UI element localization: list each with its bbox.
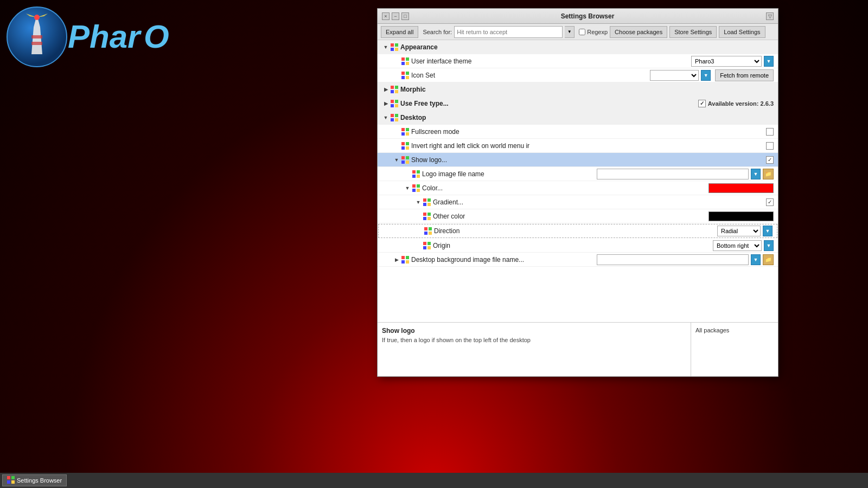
direction-dropdown-btn[interactable]: ▼ bbox=[763, 226, 773, 236]
bg-image-dropdown-btn[interactable]: ▼ bbox=[751, 254, 761, 265]
bottom-area: Show logo If true, then a logo if shown … bbox=[378, 322, 778, 376]
tree-row-morphic[interactable]: ▶ Morphic bbox=[378, 82, 778, 97]
logo-file-input[interactable] bbox=[597, 169, 749, 179]
spacer-6 bbox=[414, 213, 422, 220]
svg-rect-39 bbox=[406, 142, 409, 145]
svg-rect-30 bbox=[391, 114, 394, 117]
tree-row-color[interactable]: ▼ Color... bbox=[378, 181, 778, 195]
tree-row-logo-file[interactable]: Logo image file name ▼ 📁 bbox=[378, 167, 778, 181]
fullscreen-checkbox[interactable] bbox=[766, 128, 774, 136]
bg-image-input[interactable] bbox=[597, 254, 749, 265]
logo-file-folder-btn[interactable]: 📁 bbox=[763, 169, 774, 179]
search-dropdown-button[interactable]: ▼ bbox=[565, 26, 575, 38]
other-color-swatch[interactable] bbox=[709, 211, 774, 221]
tree-row-origin[interactable]: Origin Bottom right ▼ bbox=[378, 239, 778, 253]
expand-arrow-bg-image: ▶ bbox=[393, 256, 400, 264]
taskbar-item-settings-browser[interactable]: Settings Browser bbox=[2, 474, 67, 486]
freetype-label: Use Free type... bbox=[400, 100, 698, 107]
invert-click-checkbox[interactable] bbox=[766, 142, 774, 150]
settings-icon-bg-image bbox=[401, 256, 409, 264]
expand-all-button[interactable]: Expand all bbox=[381, 26, 418, 38]
spacer-7 bbox=[416, 227, 423, 235]
origin-select[interactable]: Bottom right bbox=[713, 240, 762, 251]
minimize-button[interactable]: − bbox=[392, 12, 399, 20]
tree-row-desktop[interactable]: ▼ Desktop bbox=[378, 111, 778, 125]
freetype-checkbox[interactable]: ✓ bbox=[698, 100, 706, 107]
color-label: Color... bbox=[422, 184, 709, 192]
fetch-from-remote-button[interactable]: Fetch from remote bbox=[715, 69, 774, 81]
invert-click-control bbox=[766, 142, 774, 150]
tree-row-invert-click[interactable]: Invert right and left click on world men… bbox=[378, 139, 778, 153]
tree-row-other-color[interactable]: Other color bbox=[378, 209, 778, 223]
settings-icon-ui-theme bbox=[401, 57, 409, 65]
taskbar: Settings Browser bbox=[0, 473, 868, 488]
svg-rect-14 bbox=[401, 57, 405, 61]
color-swatch[interactable] bbox=[709, 183, 774, 193]
other-color-control bbox=[709, 211, 774, 221]
svg-rect-56 bbox=[423, 203, 426, 206]
svg-rect-32 bbox=[391, 118, 394, 121]
logo-file-dropdown-btn[interactable]: ▼ bbox=[751, 169, 761, 179]
load-settings-button[interactable]: Load Settings bbox=[719, 26, 765, 38]
search-input[interactable] bbox=[454, 26, 563, 38]
store-settings-button[interactable]: Store Settings bbox=[669, 26, 717, 38]
tree-row-icon-set[interactable]: Icon Set ▼ Fetch from remote bbox=[378, 68, 778, 82]
bg-image-folder-btn[interactable]: 📁 bbox=[763, 254, 774, 265]
svg-rect-72 bbox=[401, 260, 405, 264]
other-color-label: Other color bbox=[433, 213, 709, 220]
svg-rect-36 bbox=[401, 132, 405, 136]
packages-panel: All packages bbox=[691, 323, 778, 376]
close-button[interactable]: × bbox=[382, 12, 390, 20]
direction-control: Radial ▼ bbox=[717, 226, 773, 236]
svg-rect-12 bbox=[391, 48, 394, 51]
regexp-checkbox[interactable] bbox=[579, 29, 585, 35]
tree-row-freetype[interactable]: ▶ Use Free type... ✓ Available version: … bbox=[378, 97, 778, 111]
settings-icon-invert-click bbox=[401, 142, 409, 150]
expand-arrow-morphic: ▶ bbox=[382, 86, 390, 93]
icon-set-select[interactable] bbox=[650, 70, 699, 81]
settings-browser-window: × − □ Settings Browser ▽ Expand all Sear… bbox=[377, 8, 778, 377]
settings-icon-color bbox=[412, 184, 420, 192]
tree-row-appearance[interactable]: ▼ Appearance bbox=[378, 40, 778, 54]
tree-row-direction[interactable]: Direction Radial ▼ bbox=[378, 224, 777, 238]
svg-rect-63 bbox=[429, 227, 432, 230]
spacer-4 bbox=[393, 142, 400, 150]
ui-theme-label: User interface theme bbox=[411, 57, 691, 65]
show-logo-checkbox[interactable]: ✓ bbox=[766, 156, 774, 164]
show-logo-control: ✓ bbox=[766, 156, 774, 164]
spacer-1 bbox=[393, 57, 400, 65]
desktop-label: Desktop bbox=[400, 114, 774, 121]
tree-row-show-logo[interactable]: ▼ Show logo... ✓ bbox=[378, 153, 778, 167]
svg-rect-21 bbox=[406, 76, 409, 79]
tree-row-gradient[interactable]: ▼ Gradient... ✓ bbox=[378, 195, 778, 209]
logo-file-control: ▼ 📁 bbox=[597, 169, 774, 179]
maximize-button[interactable]: □ bbox=[401, 12, 409, 20]
settings-icon-origin bbox=[423, 242, 431, 249]
tree-row-bg-image[interactable]: ▶ Desktop background image file name... … bbox=[378, 253, 778, 267]
ui-theme-select[interactable]: Pharo3 bbox=[691, 56, 762, 67]
tree-row-ui-theme[interactable]: User interface theme Pharo3 ▼ bbox=[378, 54, 778, 68]
svg-rect-68 bbox=[423, 246, 426, 249]
gradient-checkbox[interactable]: ✓ bbox=[766, 198, 774, 206]
svg-rect-60 bbox=[423, 217, 426, 220]
expand-button[interactable]: ▽ bbox=[766, 12, 774, 20]
choose-packages-button[interactable]: Choose packages bbox=[610, 26, 667, 38]
origin-dropdown-btn[interactable]: ▼ bbox=[764, 240, 774, 251]
tree-row-fullscreen[interactable]: Fullscreen mode bbox=[378, 125, 778, 139]
invert-click-label: Invert right and left click on world men… bbox=[411, 142, 766, 150]
svg-rect-37 bbox=[406, 132, 409, 136]
svg-rect-59 bbox=[427, 213, 431, 216]
freetype-version: Available version: 2.6.3 bbox=[708, 100, 774, 107]
svg-rect-76 bbox=[7, 480, 10, 484]
window-title: Settings Browser bbox=[413, 12, 762, 20]
tree-scroll[interactable]: ▼ Appearance User interface theme Pharo3… bbox=[378, 40, 778, 322]
direction-select[interactable]: Radial bbox=[717, 226, 761, 236]
svg-rect-64 bbox=[424, 232, 427, 235]
icon-set-dropdown-btn[interactable]: ▼ bbox=[701, 70, 711, 81]
svg-rect-49 bbox=[417, 175, 420, 178]
icon-set-control: ▼ Fetch from remote bbox=[650, 69, 774, 81]
settings-icon-freetype bbox=[391, 100, 398, 107]
ui-theme-dropdown-btn[interactable]: ▼ bbox=[764, 56, 774, 67]
svg-rect-53 bbox=[417, 189, 420, 192]
settings-icon-direction bbox=[424, 227, 432, 235]
